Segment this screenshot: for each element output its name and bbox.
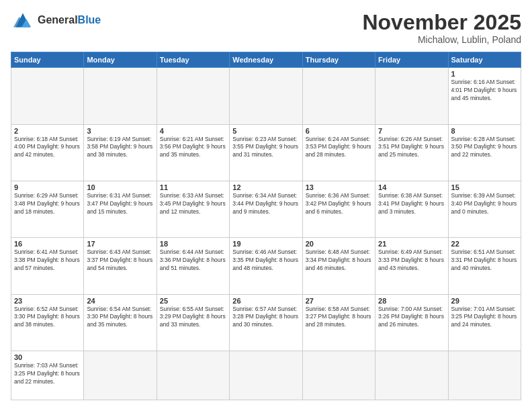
day-info: Sunrise: 6:54 AM Sunset: 3:30 PM Dayligh… <box>87 306 153 330</box>
table-row <box>375 351 448 400</box>
table-row: 13Sunrise: 6:36 AM Sunset: 3:42 PM Dayli… <box>302 181 375 237</box>
day-number: 4 <box>160 127 226 135</box>
day-info: Sunrise: 6:48 AM Sunset: 3:34 PM Dayligh… <box>306 248 372 273</box>
day-info: Sunrise: 6:21 AM Sunset: 3:56 PM Dayligh… <box>160 136 226 160</box>
day-number: 24 <box>87 297 153 305</box>
day-number: 3 <box>87 127 153 135</box>
table-row: 5Sunrise: 6:23 AM Sunset: 3:55 PM Daylig… <box>230 124 302 181</box>
table-row: 20Sunrise: 6:48 AM Sunset: 3:34 PM Dayli… <box>302 238 375 294</box>
day-info: Sunrise: 7:03 AM Sunset: 3:25 PM Dayligh… <box>14 362 81 386</box>
day-number: 14 <box>378 183 445 191</box>
day-info: Sunrise: 6:28 AM Sunset: 3:50 PM Dayligh… <box>451 136 518 160</box>
logo-icon <box>11 11 35 30</box>
table-row: 24Sunrise: 6:54 AM Sunset: 3:30 PM Dayli… <box>84 294 157 351</box>
table-row: 12Sunrise: 6:34 AM Sunset: 3:44 PM Dayli… <box>230 181 302 237</box>
day-number: 29 <box>451 297 518 305</box>
day-info: Sunrise: 6:55 AM Sunset: 3:29 PM Dayligh… <box>160 306 226 330</box>
col-tuesday: Tuesday <box>157 52 229 68</box>
col-monday: Monday <box>84 52 157 68</box>
day-number: 8 <box>451 127 518 135</box>
table-row: 29Sunrise: 7:01 AM Sunset: 3:25 PM Dayli… <box>448 294 521 351</box>
table-row: 1Sunrise: 6:16 AM Sunset: 4:01 PM Daylig… <box>448 68 521 124</box>
day-number: 10 <box>87 183 153 191</box>
day-number: 27 <box>306 297 372 305</box>
day-info: Sunrise: 6:29 AM Sunset: 3:48 PM Dayligh… <box>14 192 81 216</box>
day-info: Sunrise: 6:16 AM Sunset: 4:01 PM Dayligh… <box>451 79 518 103</box>
day-info: Sunrise: 6:34 AM Sunset: 3:44 PM Dayligh… <box>232 192 299 216</box>
table-row: 15Sunrise: 6:39 AM Sunset: 3:40 PM Dayli… <box>448 181 521 237</box>
table-row: 27Sunrise: 6:58 AM Sunset: 3:27 PM Dayli… <box>302 294 375 351</box>
calendar-week-row: 2Sunrise: 6:18 AM Sunset: 4:00 PM Daylig… <box>11 124 521 181</box>
table-row <box>302 351 375 400</box>
month-title: November 2025 <box>362 11 521 34</box>
table-row: 22Sunrise: 6:51 AM Sunset: 3:31 PM Dayli… <box>448 238 521 294</box>
col-wednesday: Wednesday <box>230 52 302 68</box>
day-number: 26 <box>232 297 299 305</box>
day-number: 22 <box>451 240 518 248</box>
day-info: Sunrise: 6:58 AM Sunset: 3:27 PM Dayligh… <box>306 306 372 330</box>
table-row: 25Sunrise: 6:55 AM Sunset: 3:29 PM Dayli… <box>157 294 229 351</box>
day-info: Sunrise: 6:23 AM Sunset: 3:55 PM Dayligh… <box>232 136 299 160</box>
table-row: 3Sunrise: 6:19 AM Sunset: 3:58 PM Daylig… <box>84 124 157 181</box>
day-info: Sunrise: 6:24 AM Sunset: 3:53 PM Dayligh… <box>306 136 372 160</box>
table-row: 11Sunrise: 6:33 AM Sunset: 3:45 PM Dayli… <box>157 181 229 237</box>
title-block: November 2025 Michalow, Lublin, Poland <box>362 11 521 45</box>
table-row: 14Sunrise: 6:38 AM Sunset: 3:41 PM Dayli… <box>375 181 448 237</box>
logo-text: GeneralBlue <box>38 14 101 26</box>
table-row <box>230 68 302 124</box>
day-info: Sunrise: 6:19 AM Sunset: 3:58 PM Dayligh… <box>87 136 153 160</box>
day-info: Sunrise: 6:51 AM Sunset: 3:31 PM Dayligh… <box>451 248 518 273</box>
day-number: 28 <box>378 297 445 305</box>
calendar-week-row: 9Sunrise: 6:29 AM Sunset: 3:48 PM Daylig… <box>11 181 521 237</box>
day-number: 2 <box>14 127 81 135</box>
day-info: Sunrise: 6:18 AM Sunset: 4:00 PM Dayligh… <box>14 136 81 160</box>
day-number: 15 <box>451 183 518 191</box>
day-number: 25 <box>160 297 226 305</box>
col-saturday: Saturday <box>448 52 521 68</box>
table-row <box>230 351 302 400</box>
day-number: 16 <box>14 240 81 248</box>
day-number: 7 <box>378 127 445 135</box>
calendar-table: Sunday Monday Tuesday Wednesday Thursday… <box>11 52 521 400</box>
header: GeneralBlue November 2025 Michalow, Lubl… <box>11 11 521 45</box>
day-number: 20 <box>306 240 372 248</box>
day-info: Sunrise: 6:26 AM Sunset: 3:51 PM Dayligh… <box>378 136 445 160</box>
calendar-week-row: 16Sunrise: 6:41 AM Sunset: 3:38 PM Dayli… <box>11 238 521 294</box>
day-info: Sunrise: 6:44 AM Sunset: 3:36 PM Dayligh… <box>160 248 226 273</box>
col-thursday: Thursday <box>302 52 375 68</box>
day-info: Sunrise: 6:52 AM Sunset: 3:30 PM Dayligh… <box>14 306 81 330</box>
day-number: 11 <box>160 183 226 191</box>
table-row: 18Sunrise: 6:44 AM Sunset: 3:36 PM Dayli… <box>157 238 229 294</box>
table-row: 21Sunrise: 6:49 AM Sunset: 3:33 PM Dayli… <box>375 238 448 294</box>
day-number: 21 <box>378 240 445 248</box>
day-number: 30 <box>14 353 81 361</box>
table-row <box>375 68 448 124</box>
day-info: Sunrise: 7:01 AM Sunset: 3:25 PM Dayligh… <box>451 306 518 330</box>
day-info: Sunrise: 6:33 AM Sunset: 3:45 PM Dayligh… <box>160 192 226 216</box>
calendar-week-row: 1Sunrise: 6:16 AM Sunset: 4:01 PM Daylig… <box>11 68 521 124</box>
day-number: 19 <box>232 240 299 248</box>
day-number: 23 <box>14 297 81 305</box>
day-info: Sunrise: 6:41 AM Sunset: 3:38 PM Dayligh… <box>14 248 81 273</box>
logo: GeneralBlue <box>11 11 101 30</box>
table-row: 17Sunrise: 6:43 AM Sunset: 3:37 PM Dayli… <box>84 238 157 294</box>
table-row: 9Sunrise: 6:29 AM Sunset: 3:48 PM Daylig… <box>11 181 84 237</box>
day-number: 18 <box>160 240 226 248</box>
day-info: Sunrise: 7:00 AM Sunset: 3:26 PM Dayligh… <box>378 306 445 330</box>
calendar-week-row: 23Sunrise: 6:52 AM Sunset: 3:30 PM Dayli… <box>11 294 521 351</box>
location-subtitle: Michalow, Lublin, Poland <box>362 34 521 45</box>
day-info: Sunrise: 6:49 AM Sunset: 3:33 PM Dayligh… <box>378 248 445 273</box>
day-number: 6 <box>306 127 372 135</box>
table-row: 30Sunrise: 7:03 AM Sunset: 3:25 PM Dayli… <box>11 351 84 400</box>
table-row: 19Sunrise: 6:46 AM Sunset: 3:35 PM Dayli… <box>230 238 302 294</box>
table-row: 23Sunrise: 6:52 AM Sunset: 3:30 PM Dayli… <box>11 294 84 351</box>
day-info: Sunrise: 6:38 AM Sunset: 3:41 PM Dayligh… <box>378 192 445 216</box>
day-info: Sunrise: 6:31 AM Sunset: 3:47 PM Dayligh… <box>87 192 153 216</box>
table-row <box>302 68 375 124</box>
day-number: 13 <box>306 183 372 191</box>
table-row <box>157 351 229 400</box>
calendar-header-row: Sunday Monday Tuesday Wednesday Thursday… <box>11 52 521 68</box>
table-row <box>448 351 521 400</box>
day-number: 1 <box>451 70 518 78</box>
table-row: 8Sunrise: 6:28 AM Sunset: 3:50 PM Daylig… <box>448 124 521 181</box>
